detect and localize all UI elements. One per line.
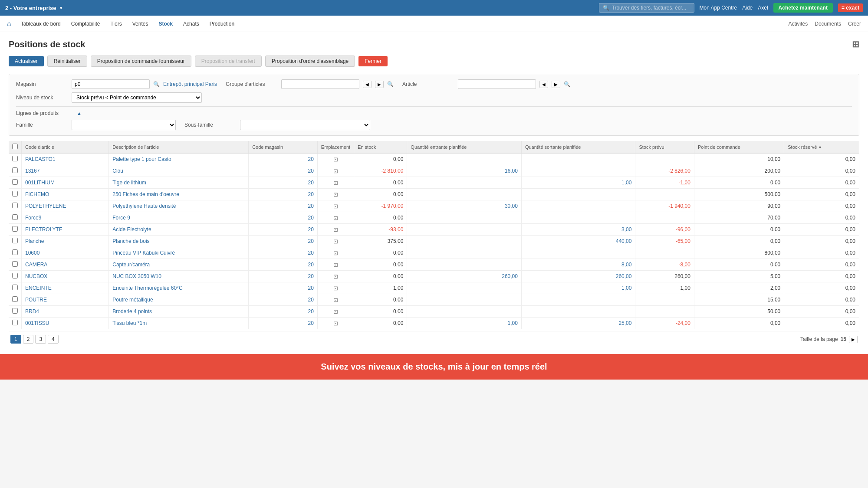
row-checkbox-cell[interactable] [9,153,22,165]
row-mag[interactable]: 20 [249,259,318,271]
menu-stock[interactable]: Stock [154,21,177,27]
app-centre-link[interactable]: Mon App Centre [700,5,737,11]
row-mag[interactable]: 20 [249,177,318,189]
row-checkbox[interactable] [12,156,18,161]
emplacement-icon[interactable]: ⊡ [333,262,338,268]
prop-assemblage-button[interactable]: Proposition d'ordre d'assemblage [265,56,355,67]
row-desc[interactable]: Poutre métallique [109,294,249,306]
row-checkbox[interactable] [12,261,18,267]
row-checkbox-cell[interactable] [9,224,22,236]
row-checkbox-cell[interactable] [9,200,22,212]
emplacement-icon[interactable]: ⊡ [333,203,338,210]
row-code[interactable]: PALCASTO1 [22,153,109,165]
row-checkbox[interactable] [12,238,18,243]
page-size-next-btn[interactable]: ▶ [849,336,858,343]
row-checkbox[interactable] [12,308,18,314]
row-mag[interactable]: 20 [249,189,318,200]
row-code[interactable]: Force9 [22,212,109,224]
row-desc[interactable]: NUC BOX 3050 W10 [109,271,249,282]
row-checkbox-cell[interactable] [9,165,22,177]
aide-link[interactable]: Aide [742,5,753,11]
emplacement-icon[interactable]: ⊡ [333,273,338,280]
emplacement-icon[interactable]: ⊡ [333,285,338,291]
row-desc[interactable]: Tige de lithium [109,177,249,189]
prop-commande-button[interactable]: Proposition de commande fournisseur [91,56,191,67]
sous-famille-select[interactable] [240,120,370,130]
row-checkbox[interactable] [12,226,18,232]
row-mag[interactable]: 20 [249,306,318,318]
row-desc[interactable]: Capteur/caméra [109,259,249,271]
page-2-btn[interactable]: 2 [23,335,34,344]
article-search-icon[interactable]: 🔍 [564,81,570,87]
row-checkbox-cell[interactable] [9,271,22,282]
article-next-btn[interactable]: ▶ [552,81,560,88]
row-mag[interactable]: 20 [249,200,318,212]
activites-link[interactable]: Activités [789,21,808,27]
layout-icon[interactable]: ⊞ [852,39,859,49]
row-desc[interactable]: Acide Electrolyte [109,224,249,236]
col-stock-reserve[interactable]: Stock réservé [784,141,859,153]
row-checkbox[interactable] [12,320,18,325]
emplacement-icon[interactable]: ⊡ [333,180,338,186]
row-desc[interactable]: Enceinte Thermorégulée 60°C [109,282,249,294]
emplacement-icon[interactable]: ⊡ [333,320,338,327]
menu-comptabilite[interactable]: Comptabilité [67,21,105,27]
emplacement-icon[interactable]: ⊡ [333,297,338,303]
row-mag[interactable]: 20 [249,212,318,224]
menu-tiers[interactable]: Tiers [106,21,126,27]
row-desc[interactable]: Tissu bleu *1m [109,318,249,329]
row-checkbox[interactable] [12,273,18,278]
row-mag[interactable]: 20 [249,271,318,282]
row-checkbox-cell[interactable] [9,236,22,247]
row-emplacement[interactable]: ⊡ [317,282,354,294]
row-checkbox-cell[interactable] [9,294,22,306]
row-emplacement[interactable]: ⊡ [317,212,354,224]
row-code[interactable]: POUTRE [22,294,109,306]
row-checkbox[interactable] [12,203,18,208]
page-1-btn[interactable]: 1 [10,335,21,344]
row-checkbox[interactable] [12,214,18,220]
magasin-input[interactable] [72,79,150,89]
row-code[interactable]: Planche [22,236,109,247]
row-emplacement[interactable]: ⊡ [317,224,354,236]
row-desc[interactable]: 250 Fiches de main d'oeuvre [109,189,249,200]
row-desc[interactable]: Planche de bois [109,236,249,247]
row-emplacement[interactable]: ⊡ [317,306,354,318]
actualiser-button[interactable]: Actualiser [9,56,44,66]
row-code[interactable]: 10600 [22,247,109,259]
row-mag[interactable]: 20 [249,224,318,236]
row-emplacement[interactable]: ⊡ [317,189,354,200]
row-checkbox[interactable] [12,285,18,290]
row-mag[interactable]: 20 [249,236,318,247]
row-code[interactable]: ELECTROLYTE [22,224,109,236]
row-code[interactable]: NUCBOX [22,271,109,282]
reinitialiser-button[interactable]: Réinitialiser [47,56,87,67]
row-desc[interactable]: Clou [109,165,249,177]
select-all-header[interactable] [9,141,22,153]
row-desc[interactable]: Polyethylene Haute densité [109,200,249,212]
row-code[interactable]: FICHEMO [22,189,109,200]
row-desc[interactable]: Pinceau VIP Kabuki Cuivré [109,247,249,259]
menu-achats[interactable]: Achats [179,21,204,27]
row-emplacement[interactable]: ⊡ [317,259,354,271]
row-checkbox-cell[interactable] [9,177,22,189]
menu-ventes[interactable]: Ventes [128,21,153,27]
magasin-link[interactable]: Entrepôt principal Paris [163,81,217,87]
row-emplacement[interactable]: ⊡ [317,271,354,282]
menu-tableaux[interactable]: Tableaux de bord [16,21,65,27]
row-checkbox[interactable] [12,179,18,185]
row-checkbox[interactable] [12,167,18,173]
row-desc[interactable]: Palette type 1 pour Casto [109,153,249,165]
row-code[interactable]: 001TISSU [22,318,109,329]
row-emplacement[interactable]: ⊡ [317,177,354,189]
emplacement-icon[interactable]: ⊡ [333,156,338,163]
page-4-btn[interactable]: 4 [48,335,59,344]
row-emplacement[interactable]: ⊡ [317,236,354,247]
cta-button[interactable]: Achetez maintenant [773,3,833,13]
groupe-articles-input[interactable] [281,79,359,89]
groupe-search-icon[interactable]: 🔍 [387,81,394,87]
row-emplacement[interactable]: ⊡ [317,247,354,259]
emplacement-icon[interactable]: ⊡ [333,191,338,198]
row-checkbox-cell[interactable] [9,318,22,329]
magasin-search-icon[interactable]: 🔍 [153,81,160,87]
